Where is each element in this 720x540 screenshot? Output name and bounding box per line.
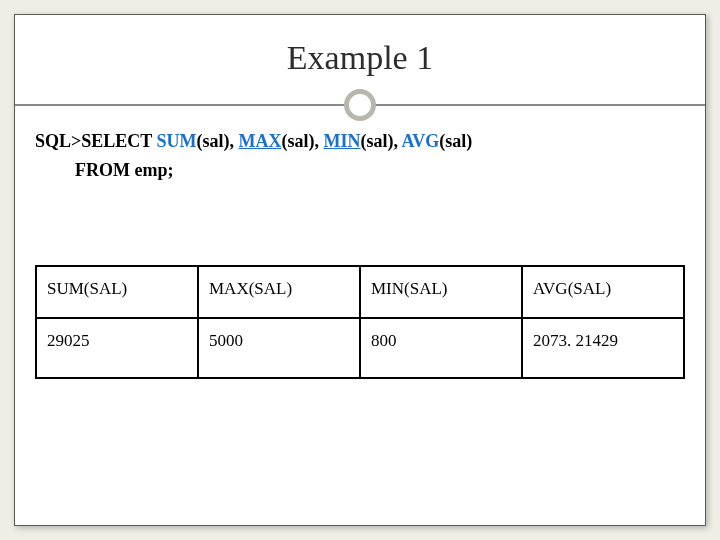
arg-min: (sal), — [360, 131, 401, 151]
cell-sum: 29025 — [36, 318, 198, 378]
kw-avg: AVG — [402, 131, 440, 151]
result-table: SUM(SAL) MAX(SAL) MIN(SAL) AVG(SAL) 2902… — [35, 265, 685, 379]
arg-max: (sal), — [281, 131, 323, 151]
slide-title: Example 1 — [15, 39, 705, 77]
col-header-sum: SUM(SAL) — [36, 266, 198, 318]
sql-line-1: SQL>SELECT SUM(sal), MAX(sal), MIN(sal),… — [35, 127, 685, 156]
title-divider — [15, 87, 705, 123]
table-row: 29025 5000 800 2073. 21429 — [36, 318, 684, 378]
table-header-row: SUM(SAL) MAX(SAL) MIN(SAL) AVG(SAL) — [36, 266, 684, 318]
arg-avg: (sal) — [439, 131, 472, 151]
arg-sum: (sal), — [196, 131, 238, 151]
kw-min: MIN — [323, 131, 360, 151]
sql-prefix: SQL>SELECT — [35, 131, 156, 151]
kw-max: MAX — [238, 131, 281, 151]
col-header-avg: AVG(SAL) — [522, 266, 684, 318]
sql-line-2: FROM emp; — [35, 156, 685, 185]
sql-query-block: SQL>SELECT SUM(sal), MAX(sal), MIN(sal),… — [35, 127, 685, 185]
cell-avg: 2073. 21429 — [522, 318, 684, 378]
divider-circle-icon — [344, 89, 376, 121]
cell-min: 800 — [360, 318, 522, 378]
col-header-max: MAX(SAL) — [198, 266, 360, 318]
cell-max: 5000 — [198, 318, 360, 378]
slide-frame: Example 1 SQL>SELECT SUM(sal), MAX(sal),… — [14, 14, 706, 526]
kw-sum: SUM — [156, 131, 196, 151]
col-header-min: MIN(SAL) — [360, 266, 522, 318]
